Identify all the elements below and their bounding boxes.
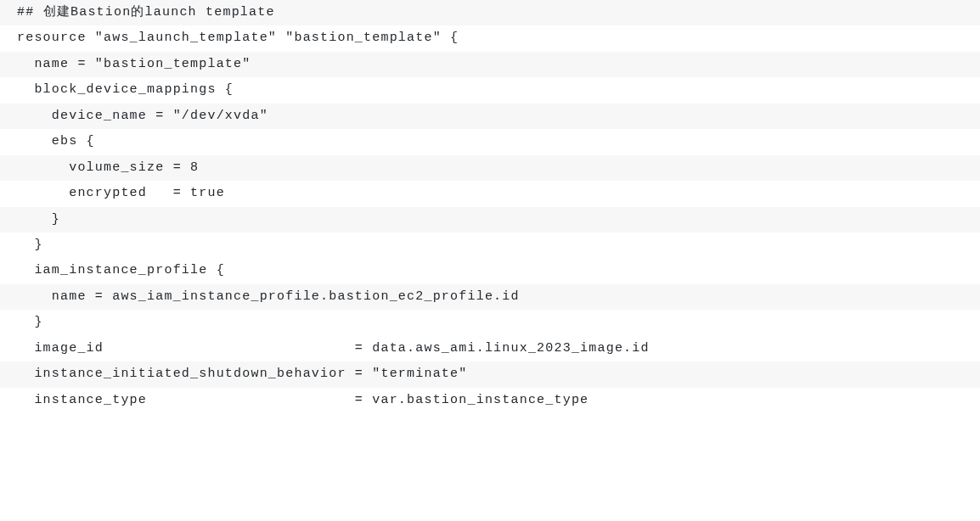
- code-line: resource "aws_launch_template" "bastion_…: [0, 25, 980, 51]
- code-line: }: [0, 232, 980, 258]
- code-line: }: [0, 310, 980, 335]
- code-line: instance_type = var.bastion_instance_typ…: [0, 388, 980, 413]
- code-line: ebs {: [0, 129, 980, 154]
- code-line: name = aws_iam_instance_profile.bastion_…: [0, 284, 980, 310]
- code-line: volume_size = 8: [0, 155, 980, 181]
- code-line: block_device_mappings {: [0, 77, 980, 103]
- code-line: encrypted = true: [0, 181, 980, 206]
- code-line: }: [0, 207, 980, 232]
- code-line: instance_initiated_shutdown_behavior = "…: [0, 361, 980, 387]
- code-line: name = "bastion_template": [0, 52, 980, 77]
- code-line: device_name = "/dev/xvda": [0, 104, 980, 129]
- code-line: ## 创建Bastion的launch template: [0, 0, 980, 25]
- code-line: image_id = data.aws_ami.linux_2023_image…: [0, 336, 980, 361]
- code-block: ## 创建Bastion的launch template resource "a…: [0, 0, 980, 413]
- code-line: iam_instance_profile {: [0, 258, 980, 283]
